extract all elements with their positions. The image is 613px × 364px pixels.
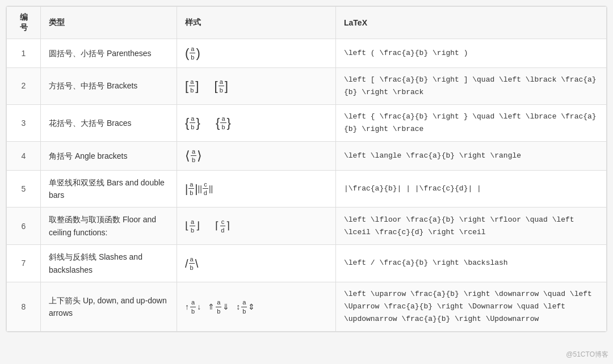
fraction: a b bbox=[190, 45, 195, 62]
fraction3: a b bbox=[241, 298, 247, 315]
row-latex: \left ( \frac{a}{b} \right ) bbox=[336, 39, 607, 68]
row-style: ⟨ a b ⟩ bbox=[177, 141, 336, 170]
watermark: @51CTO博客 bbox=[566, 350, 608, 359]
Updownarrow3: ⇕ bbox=[248, 300, 255, 313]
right-brace2: } bbox=[227, 117, 231, 129]
row-type: 单竖线和双竖线 Bars and double bars bbox=[41, 170, 177, 208]
main-table-container: 编号 类型 样式 LaTeX 1 圆括号、小括号 Parentheses ( a bbox=[6, 6, 607, 332]
row-latex: \left [ \frac{a}{b} \right ] \quad \left… bbox=[336, 67, 607, 104]
left-bar: | bbox=[185, 183, 188, 194]
row-style: ↑ a b ↓ ⇑ a b bbox=[177, 282, 336, 331]
fraction2: c d bbox=[203, 180, 208, 197]
row-style: ⌊ a b ⌋ ⌈ c d bbox=[177, 208, 336, 245]
double-bar-sep: || bbox=[198, 183, 202, 195]
right-ceil: ⌉ bbox=[226, 218, 230, 234]
row-type: 取整函数与取顶函数 Floor and ceiling functions: bbox=[41, 208, 177, 245]
row-type: 斜线与反斜线 Slashes and backslashes bbox=[41, 245, 177, 282]
table-header-row: 编号 类型 样式 LaTeX bbox=[7, 7, 607, 39]
fraction: a b bbox=[189, 255, 195, 272]
fraction2: a b bbox=[219, 78, 224, 95]
fraction: a b bbox=[188, 180, 194, 197]
row-style: ( a b ) bbox=[177, 39, 336, 68]
left-ceil: ⌈ bbox=[215, 218, 219, 234]
row-type: 上下箭头 Up, down, and up-down arrows bbox=[41, 282, 177, 331]
Uparrow2: ⇑ bbox=[208, 300, 215, 313]
row-style: [ a b ] [ a b bbox=[177, 67, 336, 104]
latex-table: 编号 类型 样式 LaTeX 1 圆括号、小括号 Parentheses ( a bbox=[6, 6, 607, 332]
row-latex: \left \langle \frac{a}{b} \right \rangle bbox=[336, 141, 607, 170]
row-num: 5 bbox=[7, 170, 41, 208]
row-style: / a b \ bbox=[177, 245, 336, 282]
row-type: 方括号、中括号 Brackets bbox=[41, 67, 177, 104]
table-row: 4 角括号 Angle brackets ⟨ a b ⟩ bbox=[7, 141, 607, 170]
right-backslash: \ bbox=[195, 255, 199, 273]
row-type: 花括号、大括号 Braces bbox=[41, 104, 177, 141]
row-num: 4 bbox=[7, 141, 41, 170]
row-latex: \left \lfloor \frac{a}{b} \right \rfloor… bbox=[336, 208, 607, 245]
left-bracket: [ bbox=[185, 80, 188, 92]
left-brace2: { bbox=[216, 117, 220, 129]
fraction2: a b bbox=[220, 115, 226, 132]
right-floor: ⌋ bbox=[196, 218, 200, 234]
left-bracket2: [ bbox=[215, 80, 218, 92]
left-angle: ⟨ bbox=[185, 150, 190, 162]
table-row: 6 取整函数与取顶函数 Floor and ceiling functions:… bbox=[7, 208, 607, 245]
row-num: 6 bbox=[7, 208, 41, 245]
header-num: 编号 bbox=[7, 7, 41, 39]
row-latex: \left / \frac{a}{b} \right \backslash bbox=[336, 245, 607, 282]
row-style: { a b } { a b bbox=[177, 104, 336, 141]
header-type: 类型 bbox=[41, 7, 177, 39]
fraction: a b bbox=[190, 218, 195, 235]
table-row: 7 斜线与反斜线 Slashes and backslashes / a b \ bbox=[7, 245, 607, 282]
fraction2: c d bbox=[220, 218, 225, 235]
left-paren: ( bbox=[185, 47, 189, 60]
table-row: 1 圆括号、小括号 Parentheses ( a b ) bbox=[7, 39, 607, 68]
double-bar-end: || bbox=[209, 183, 213, 195]
right-bracket2: ] bbox=[225, 80, 228, 92]
row-style: | a b | || c d || bbox=[177, 170, 336, 208]
right-bracket: ] bbox=[195, 80, 199, 92]
fraction: a b bbox=[189, 78, 195, 95]
Downarrow2: ⇓ bbox=[222, 300, 229, 313]
row-latex: |\frac{a}{b}| | |\frac{c}{d}| | bbox=[336, 170, 607, 208]
table-row: 8 上下箭头 Up, down, and up-down arrows ↑ a … bbox=[7, 282, 607, 331]
row-num: 8 bbox=[7, 282, 41, 331]
updownarrow3: ↕ bbox=[236, 300, 240, 313]
right-angle: ⟩ bbox=[197, 150, 202, 162]
row-latex: \left { \frac{a}{b} \right } \quad \left… bbox=[336, 104, 607, 141]
row-latex: \left \uparrow \frac{a}{b} \right \downa… bbox=[336, 282, 607, 331]
row-num: 2 bbox=[7, 67, 41, 104]
fraction2: a b bbox=[216, 298, 221, 315]
table-row: 2 方括号、中括号 Brackets [ a b ] bbox=[7, 67, 607, 104]
fraction: a b bbox=[190, 298, 196, 315]
row-type: 圆括号、小括号 Parentheses bbox=[41, 39, 177, 68]
row-type: 角括号 Angle brackets bbox=[41, 141, 177, 170]
uparrow1: ↑ bbox=[185, 300, 189, 313]
table-row: 5 单竖线和双竖线 Bars and double bars | a b | |… bbox=[7, 170, 607, 208]
left-floor: ⌊ bbox=[185, 218, 189, 234]
fraction: a b bbox=[191, 147, 196, 164]
downarrow1: ↓ bbox=[197, 300, 201, 313]
right-brace: } bbox=[196, 117, 200, 129]
fraction: a b bbox=[190, 115, 195, 132]
table-row: 3 花括号、大括号 Braces { a b } bbox=[7, 104, 607, 141]
header-latex: LaTeX bbox=[336, 7, 607, 39]
row-num: 7 bbox=[7, 245, 41, 282]
row-num: 1 bbox=[7, 39, 41, 68]
left-brace: { bbox=[185, 117, 189, 129]
left-slash: / bbox=[185, 255, 188, 273]
header-style: 样式 bbox=[177, 7, 336, 39]
right-paren: ) bbox=[196, 47, 200, 60]
row-num: 3 bbox=[7, 104, 41, 141]
